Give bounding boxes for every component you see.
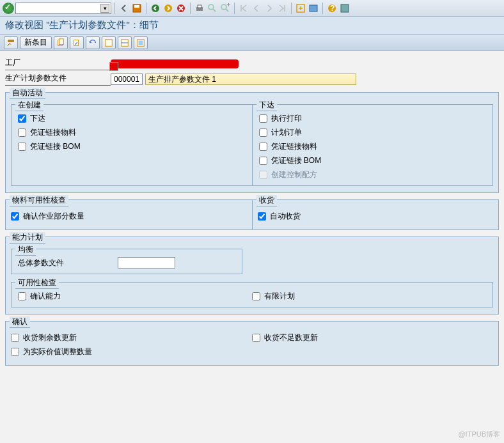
chk-rel-doc-bom[interactable] (259, 157, 267, 165)
svg-rect-13 (310, 5, 317, 12)
new-session-icon[interactable] (295, 3, 306, 14)
lbl-rel-doc-bom: 凭证链接 BOM (271, 155, 322, 166)
profile-label: 生产计划参数文件 (5, 73, 111, 86)
chk-auto-gr[interactable] (258, 212, 266, 221)
prev-page-icon[interactable] (251, 3, 262, 14)
lbl-gr-remain: 收货剩余数更新 (23, 332, 77, 343)
balance-legend: 均衡 (15, 244, 36, 256)
chk-confirm-capacity[interactable] (18, 292, 26, 300)
chk-create-doc-bom[interactable] (18, 143, 26, 151)
svg-text:?: ? (330, 4, 335, 13)
lbl-auto-gr: 自动收货 (270, 211, 301, 222)
page-title: 修改视图 "生产计划参数文件"：细节 (0, 17, 504, 35)
capacity-legend: 能力计划 (10, 232, 45, 244)
chk-create-doc-mat[interactable] (18, 128, 26, 137)
plant-label: 工厂 (5, 58, 111, 70)
dropdown-icon[interactable]: ▾ (100, 4, 109, 13)
svg-rect-6 (198, 5, 201, 8)
app-toolbar: 新条目 (0, 35, 504, 51)
select-all-icon[interactable] (102, 36, 116, 49)
print-config-icon[interactable] (134, 36, 148, 49)
svg-point-3 (164, 4, 172, 12)
system-toolbar: ▾ + ? (0, 0, 504, 17)
cancel-icon[interactable] (175, 3, 187, 14)
overall-profile-label: 总体参数文件 (18, 258, 101, 268)
print-icon[interactable] (194, 3, 205, 14)
chk-rel-print[interactable] (259, 114, 267, 123)
group-goods-receipt: 收货 自动收货 (252, 199, 500, 230)
lbl-create-doc-mat: 凭证链接物料 (30, 127, 76, 138)
lbl-confirm-capacity: 确认能力 (30, 291, 61, 302)
chk-confirm-partial[interactable] (11, 212, 19, 221)
svg-point-2 (152, 4, 159, 12)
group-capacity: 能力计划 均衡 总体参数文件 可用性检查 确认能力 有限计划 (5, 237, 499, 315)
group-auto-activity: 自动活动 在创建 下达 凭证链接物料 凭证链接 BOM 下达 执行打印 计划订单… (5, 92, 499, 193)
content-area: 工厂 生产计划参数文件 自动活动 在创建 下达 凭证链接物料 凭证链接 BOM … (0, 51, 504, 378)
find-icon[interactable] (207, 3, 218, 14)
next-page-icon[interactable] (264, 3, 275, 14)
subgroup-avail-check: 可用性检查 确认能力 有限计划 (11, 282, 493, 307)
svg-rect-16 (341, 4, 349, 12)
first-page-icon[interactable] (238, 3, 249, 14)
lbl-rel-ctrl-recipe: 创建控制配方 (271, 169, 317, 180)
chk-gr-short[interactable] (252, 334, 260, 342)
toggle-display-icon[interactable] (4, 36, 18, 49)
plant-row: 工厂 (5, 58, 499, 70)
back-nav-icon[interactable] (150, 3, 161, 14)
chk-adj-actual[interactable] (11, 348, 19, 356)
plant-value-redacted (111, 59, 239, 68)
shortcut-icon[interactable] (308, 3, 319, 14)
help-icon[interactable]: ? (326, 3, 338, 14)
svg-rect-20 (106, 39, 113, 46)
subgroup-on-create: 在创建 下达 凭证链接物料 凭证链接 BOM (11, 104, 253, 186)
layout-icon[interactable] (339, 3, 350, 14)
new-entry-button[interactable]: 新条目 (20, 36, 52, 49)
svg-point-7 (209, 4, 214, 10)
lbl-rel-print: 执行打印 (271, 113, 302, 124)
command-field[interactable]: ▾ (15, 3, 111, 14)
profile-row: 生产计划参数文件 (5, 73, 499, 86)
group-material-avail: 物料可用性核查 确认作业部分数量 (5, 199, 253, 230)
chk-finite-plan[interactable] (252, 292, 260, 300)
back-icon[interactable] (118, 3, 130, 14)
overall-profile-input[interactable] (118, 257, 175, 268)
chk-gr-remain[interactable] (11, 334, 19, 342)
lbl-finite-plan: 有限计划 (264, 291, 295, 302)
svg-line-10 (226, 9, 228, 12)
exit-icon[interactable] (162, 3, 174, 14)
subgroup-release: 下达 执行打印 计划订单 凭证链接物料 凭证链接 BOM 创建控制配方 (252, 104, 494, 186)
chk-create-release[interactable] (18, 114, 26, 123)
material-avail-legend: 物料可用性核查 (10, 195, 68, 206)
lbl-adj-actual: 为实际价值调整数量 (23, 346, 92, 357)
deselect-icon[interactable] (118, 36, 132, 49)
lbl-create-release: 下达 (30, 113, 45, 124)
save-icon[interactable] (131, 3, 143, 14)
group-auto-activity-legend: 自动活动 (10, 88, 45, 99)
avail-check-legend: 可用性检查 (15, 277, 59, 289)
chk-rel-plan[interactable] (259, 128, 267, 137)
last-page-icon[interactable] (276, 3, 288, 14)
lbl-confirm-partial: 确认作业部分数量 (23, 211, 84, 222)
svg-line-8 (213, 9, 216, 12)
svg-rect-23 (139, 40, 143, 45)
profile-desc-input[interactable] (145, 74, 356, 85)
lbl-gr-short: 收货不足数更新 (264, 332, 318, 343)
enter-icon[interactable] (3, 3, 14, 14)
chk-rel-doc-mat[interactable] (259, 143, 267, 151)
svg-rect-1 (134, 5, 139, 8)
lbl-rel-plan: 计划订单 (271, 127, 302, 138)
release-legend: 下达 (256, 100, 277, 111)
chk-rel-ctrl-recipe (259, 171, 267, 179)
profile-code-input[interactable] (111, 74, 143, 85)
find-next-icon[interactable]: + (219, 3, 231, 14)
gr-legend: 收货 (256, 195, 277, 206)
copy-icon[interactable] (54, 36, 68, 49)
lbl-create-doc-bom: 凭证链接 BOM (30, 141, 81, 152)
on-create-legend: 在创建 (15, 100, 43, 111)
svg-text:+: + (226, 3, 230, 9)
group-confirm: 确认 收货剩余数更新 收货不足数更新 为实际价值调整数量 (5, 321, 499, 366)
undo-icon[interactable] (86, 36, 100, 49)
delete-icon[interactable] (70, 36, 84, 49)
subgroup-balance: 均衡 总体参数文件 (11, 249, 242, 274)
confirm-legend: 确认 (10, 316, 30, 328)
